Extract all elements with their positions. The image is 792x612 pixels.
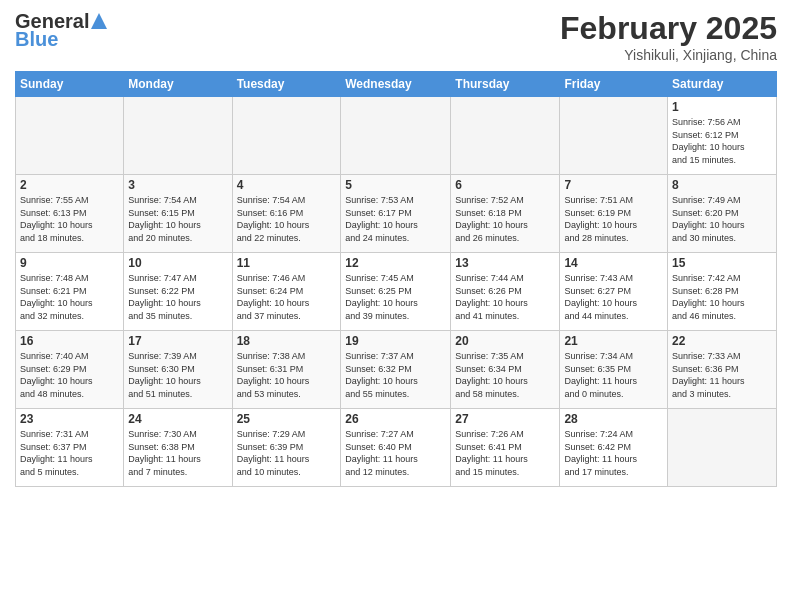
day-info: Sunrise: 7:54 AM Sunset: 6:15 PM Dayligh… — [128, 194, 227, 244]
day-number: 8 — [672, 178, 772, 192]
day-info: Sunrise: 7:34 AM Sunset: 6:35 PM Dayligh… — [564, 350, 663, 400]
day-cell: 13Sunrise: 7:44 AM Sunset: 6:26 PM Dayli… — [451, 253, 560, 331]
day-number: 15 — [672, 256, 772, 270]
day-info: Sunrise: 7:30 AM Sunset: 6:38 PM Dayligh… — [128, 428, 227, 478]
day-cell — [341, 97, 451, 175]
day-cell: 1Sunrise: 7:56 AM Sunset: 6:12 PM Daylig… — [668, 97, 777, 175]
day-cell: 25Sunrise: 7:29 AM Sunset: 6:39 PM Dayli… — [232, 409, 341, 487]
weekday-header-thursday: Thursday — [451, 72, 560, 97]
header: General Blue February 2025 Yishikuli, Xi… — [15, 10, 777, 63]
day-cell: 12Sunrise: 7:45 AM Sunset: 6:25 PM Dayli… — [341, 253, 451, 331]
day-cell: 11Sunrise: 7:46 AM Sunset: 6:24 PM Dayli… — [232, 253, 341, 331]
svg-marker-0 — [91, 13, 107, 29]
day-cell — [16, 97, 124, 175]
day-cell: 18Sunrise: 7:38 AM Sunset: 6:31 PM Dayli… — [232, 331, 341, 409]
day-number: 14 — [564, 256, 663, 270]
day-info: Sunrise: 7:29 AM Sunset: 6:39 PM Dayligh… — [237, 428, 337, 478]
day-info: Sunrise: 7:53 AM Sunset: 6:17 PM Dayligh… — [345, 194, 446, 244]
day-cell: 16Sunrise: 7:40 AM Sunset: 6:29 PM Dayli… — [16, 331, 124, 409]
day-info: Sunrise: 7:35 AM Sunset: 6:34 PM Dayligh… — [455, 350, 555, 400]
day-info: Sunrise: 7:49 AM Sunset: 6:20 PM Dayligh… — [672, 194, 772, 244]
day-info: Sunrise: 7:38 AM Sunset: 6:31 PM Dayligh… — [237, 350, 337, 400]
day-info: Sunrise: 7:40 AM Sunset: 6:29 PM Dayligh… — [20, 350, 119, 400]
day-number: 24 — [128, 412, 227, 426]
weekday-header-row: SundayMondayTuesdayWednesdayThursdayFrid… — [16, 72, 777, 97]
day-number: 11 — [237, 256, 337, 270]
day-cell: 6Sunrise: 7:52 AM Sunset: 6:18 PM Daylig… — [451, 175, 560, 253]
day-number: 1 — [672, 100, 772, 114]
weekday-header-monday: Monday — [124, 72, 232, 97]
day-number: 6 — [455, 178, 555, 192]
day-number: 4 — [237, 178, 337, 192]
day-info: Sunrise: 7:54 AM Sunset: 6:16 PM Dayligh… — [237, 194, 337, 244]
day-info: Sunrise: 7:39 AM Sunset: 6:30 PM Dayligh… — [128, 350, 227, 400]
week-row-1: 1Sunrise: 7:56 AM Sunset: 6:12 PM Daylig… — [16, 97, 777, 175]
day-cell: 14Sunrise: 7:43 AM Sunset: 6:27 PM Dayli… — [560, 253, 668, 331]
day-cell: 24Sunrise: 7:30 AM Sunset: 6:38 PM Dayli… — [124, 409, 232, 487]
weekday-header-friday: Friday — [560, 72, 668, 97]
day-cell: 21Sunrise: 7:34 AM Sunset: 6:35 PM Dayli… — [560, 331, 668, 409]
day-info: Sunrise: 7:37 AM Sunset: 6:32 PM Dayligh… — [345, 350, 446, 400]
day-info: Sunrise: 7:47 AM Sunset: 6:22 PM Dayligh… — [128, 272, 227, 322]
day-info: Sunrise: 7:31 AM Sunset: 6:37 PM Dayligh… — [20, 428, 119, 478]
day-number: 27 — [455, 412, 555, 426]
day-cell: 15Sunrise: 7:42 AM Sunset: 6:28 PM Dayli… — [668, 253, 777, 331]
day-number: 10 — [128, 256, 227, 270]
day-info: Sunrise: 7:42 AM Sunset: 6:28 PM Dayligh… — [672, 272, 772, 322]
title-section: February 2025 Yishikuli, Xinjiang, China — [560, 10, 777, 63]
month-title: February 2025 — [560, 10, 777, 47]
day-cell: 2Sunrise: 7:55 AM Sunset: 6:13 PM Daylig… — [16, 175, 124, 253]
day-cell — [560, 97, 668, 175]
day-number: 17 — [128, 334, 227, 348]
week-row-3: 9Sunrise: 7:48 AM Sunset: 6:21 PM Daylig… — [16, 253, 777, 331]
day-cell: 17Sunrise: 7:39 AM Sunset: 6:30 PM Dayli… — [124, 331, 232, 409]
day-info: Sunrise: 7:26 AM Sunset: 6:41 PM Dayligh… — [455, 428, 555, 478]
day-info: Sunrise: 7:44 AM Sunset: 6:26 PM Dayligh… — [455, 272, 555, 322]
calendar-container: General Blue February 2025 Yishikuli, Xi… — [0, 0, 792, 612]
day-number: 5 — [345, 178, 446, 192]
week-row-5: 23Sunrise: 7:31 AM Sunset: 6:37 PM Dayli… — [16, 409, 777, 487]
day-number: 13 — [455, 256, 555, 270]
day-cell: 3Sunrise: 7:54 AM Sunset: 6:15 PM Daylig… — [124, 175, 232, 253]
day-info: Sunrise: 7:43 AM Sunset: 6:27 PM Dayligh… — [564, 272, 663, 322]
day-number: 19 — [345, 334, 446, 348]
day-number: 2 — [20, 178, 119, 192]
day-cell: 23Sunrise: 7:31 AM Sunset: 6:37 PM Dayli… — [16, 409, 124, 487]
day-info: Sunrise: 7:48 AM Sunset: 6:21 PM Dayligh… — [20, 272, 119, 322]
day-cell: 9Sunrise: 7:48 AM Sunset: 6:21 PM Daylig… — [16, 253, 124, 331]
day-number: 22 — [672, 334, 772, 348]
day-cell: 26Sunrise: 7:27 AM Sunset: 6:40 PM Dayli… — [341, 409, 451, 487]
day-number: 7 — [564, 178, 663, 192]
day-number: 26 — [345, 412, 446, 426]
day-cell — [232, 97, 341, 175]
day-info: Sunrise: 7:33 AM Sunset: 6:36 PM Dayligh… — [672, 350, 772, 400]
day-cell: 28Sunrise: 7:24 AM Sunset: 6:42 PM Dayli… — [560, 409, 668, 487]
day-cell: 10Sunrise: 7:47 AM Sunset: 6:22 PM Dayli… — [124, 253, 232, 331]
day-number: 28 — [564, 412, 663, 426]
day-number: 25 — [237, 412, 337, 426]
day-cell — [451, 97, 560, 175]
day-number: 3 — [128, 178, 227, 192]
day-cell — [124, 97, 232, 175]
week-row-4: 16Sunrise: 7:40 AM Sunset: 6:29 PM Dayli… — [16, 331, 777, 409]
day-cell: 8Sunrise: 7:49 AM Sunset: 6:20 PM Daylig… — [668, 175, 777, 253]
day-cell: 22Sunrise: 7:33 AM Sunset: 6:36 PM Dayli… — [668, 331, 777, 409]
day-info: Sunrise: 7:45 AM Sunset: 6:25 PM Dayligh… — [345, 272, 446, 322]
day-info: Sunrise: 7:46 AM Sunset: 6:24 PM Dayligh… — [237, 272, 337, 322]
day-cell: 20Sunrise: 7:35 AM Sunset: 6:34 PM Dayli… — [451, 331, 560, 409]
weekday-header-saturday: Saturday — [668, 72, 777, 97]
day-cell: 7Sunrise: 7:51 AM Sunset: 6:19 PM Daylig… — [560, 175, 668, 253]
weekday-header-tuesday: Tuesday — [232, 72, 341, 97]
day-number: 9 — [20, 256, 119, 270]
day-info: Sunrise: 7:56 AM Sunset: 6:12 PM Dayligh… — [672, 116, 772, 166]
weekday-header-wednesday: Wednesday — [341, 72, 451, 97]
week-row-2: 2Sunrise: 7:55 AM Sunset: 6:13 PM Daylig… — [16, 175, 777, 253]
day-cell: 19Sunrise: 7:37 AM Sunset: 6:32 PM Dayli… — [341, 331, 451, 409]
logo: General Blue — [15, 10, 108, 50]
day-cell: 5Sunrise: 7:53 AM Sunset: 6:17 PM Daylig… — [341, 175, 451, 253]
day-cell — [668, 409, 777, 487]
day-info: Sunrise: 7:51 AM Sunset: 6:19 PM Dayligh… — [564, 194, 663, 244]
day-info: Sunrise: 7:27 AM Sunset: 6:40 PM Dayligh… — [345, 428, 446, 478]
logo-blue: Blue — [15, 28, 108, 50]
day-info: Sunrise: 7:55 AM Sunset: 6:13 PM Dayligh… — [20, 194, 119, 244]
